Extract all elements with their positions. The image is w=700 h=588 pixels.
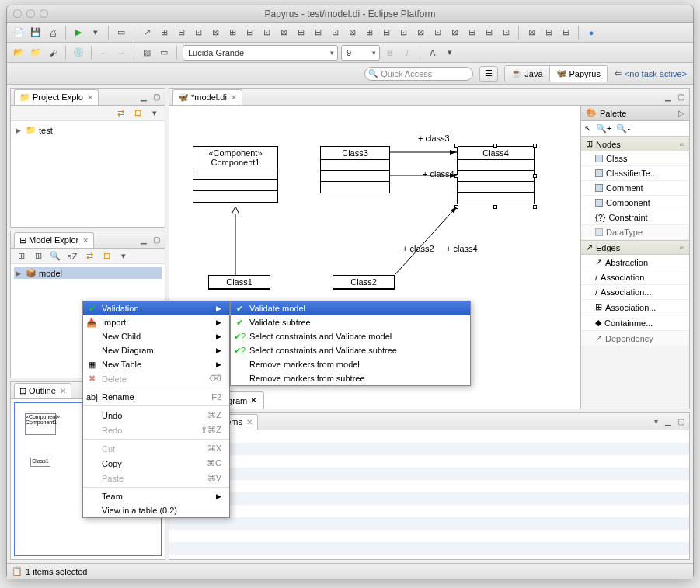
expand-icon[interactable]: ▶: [16, 127, 23, 134]
tool-icon[interactable]: ⊡: [430, 26, 444, 40]
brush-icon[interactable]: 🖌: [46, 46, 60, 60]
assoc-end-label[interactable]: + class3: [418, 134, 450, 143]
new-wizard-icon[interactable]: 📄: [12, 26, 26, 40]
tool-icon[interactable]: ⊠: [208, 26, 222, 40]
ctx-select-validate-model[interactable]: ✔?Select constraints and Validate model: [231, 329, 470, 343]
task-icon[interactable]: ●: [584, 26, 598, 40]
ctx-undo[interactable]: Undo⌘Z: [83, 408, 229, 423]
outline-tab[interactable]: ⊞Outline✕: [14, 383, 71, 398]
palette-item[interactable]: Class: [581, 151, 689, 166]
ctx-select-validate-subtree[interactable]: ✔?Select constraints and Validate subtre…: [231, 343, 470, 357]
ctx-redo[interactable]: Redo⇧⌘Z: [83, 423, 229, 437]
tree-item-model[interactable]: ▶📦model: [14, 267, 162, 279]
close-icon[interactable]: ✕: [60, 387, 66, 395]
tool-icon[interactable]: ⊠: [277, 26, 291, 40]
tool-icon[interactable]: ⊟: [242, 26, 256, 40]
tool-icon[interactable]: ⊠: [448, 26, 461, 40]
tool-icon[interactable]: ⊟: [379, 26, 393, 40]
link-editor-icon[interactable]: ⇄: [113, 106, 127, 120]
ctx-copy[interactable]: Copy⌘C: [83, 456, 229, 471]
tool-icon[interactable]: ⊞: [14, 249, 28, 263]
close-icon[interactable]: ✕: [82, 236, 89, 245]
uml-class3[interactable]: Class3: [320, 146, 390, 193]
model-explorer-tab[interactable]: ⊞Model Explor✕: [14, 232, 94, 248]
bold-icon[interactable]: B: [383, 46, 397, 60]
tool-icon[interactable]: ⊡: [259, 26, 273, 40]
tool-icon[interactable]: ⊟: [311, 26, 325, 40]
close-icon[interactable]: ✕: [87, 93, 93, 102]
tool-icon[interactable]: ⊟: [559, 26, 573, 40]
save-all-icon[interactable]: 🖨: [46, 26, 60, 40]
view-menu-icon[interactable]: ▾: [117, 249, 131, 263]
font-color-icon[interactable]: A: [426, 46, 440, 60]
palette-item[interactable]: DataType: [581, 225, 689, 240]
tool-icon[interactable]: ▭: [114, 26, 128, 40]
ctx-cut[interactable]: Cut⌘X: [83, 441, 229, 456]
maximize-view-icon[interactable]: ▢: [675, 92, 686, 103]
ctx-import[interactable]: 📥Import▶: [83, 315, 229, 329]
collapse-all-icon[interactable]: ⊟: [131, 106, 145, 120]
assoc-end-label[interactable]: + class2: [402, 244, 434, 253]
ctx-validate-model[interactable]: ✔Validate model: [231, 301, 470, 315]
palette-item[interactable]: {?}Constraint: [581, 210, 689, 225]
palette-item[interactable]: /Association: [581, 270, 689, 285]
tool-icon[interactable]: ⊠: [345, 26, 359, 40]
ctx-new-table[interactable]: ▦New Table▶: [83, 357, 229, 371]
ctx-remove-markers-model[interactable]: Remove markers from model: [231, 357, 470, 371]
palette-item[interactable]: ◆Containme...: [581, 315, 689, 331]
uml-class1[interactable]: Class1: [208, 275, 270, 290]
tool-icon[interactable]: ⊠: [524, 26, 538, 40]
tool-icon[interactable]: ⊡: [396, 26, 410, 40]
palette-item[interactable]: Component: [581, 196, 689, 210]
ctx-validate-subtree[interactable]: ✔Validate subtree: [231, 315, 470, 329]
palette-item[interactable]: ↗Abstraction: [581, 255, 689, 270]
close-icon[interactable]: ✕: [250, 395, 257, 405]
run-external-icon[interactable]: ▾: [89, 26, 103, 40]
palette-header[interactable]: 🎨Palette▷: [581, 106, 689, 121]
palette-item[interactable]: /Association...: [581, 285, 689, 300]
palette-item[interactable]: ⊞Association...: [581, 300, 689, 315]
tool-icon[interactable]: ⊠: [413, 26, 427, 40]
ctx-remove-markers-subtree[interactable]: Remove markers from subtree: [231, 371, 470, 385]
palette-item[interactable]: ClassifierTe...: [581, 166, 689, 181]
minimize-view-icon[interactable]: ▁: [663, 92, 674, 103]
tool-icon[interactable]: ↗: [140, 26, 154, 40]
select-tool-icon[interactable]: ↖: [584, 124, 591, 134]
tool-icon[interactable]: ⊡: [328, 26, 342, 40]
close-icon[interactable]: ✕: [246, 418, 252, 426]
ctx-new-child[interactable]: New Child▶: [83, 329, 229, 343]
palette-item[interactable]: ↗Dependency: [581, 331, 689, 346]
minimize-view-icon[interactable]: ▁: [138, 235, 149, 245]
font-family-combo[interactable]: Lucida Grande: [183, 45, 338, 61]
line-color-icon[interactable]: ▭: [157, 46, 171, 60]
minimize-view-icon[interactable]: ▁: [138, 92, 149, 103]
maximize-view-icon[interactable]: ▢: [151, 92, 162, 103]
ctx-validation[interactable]: ✔Validation▶: [83, 301, 229, 315]
collapse-icon[interactable]: ▷: [678, 109, 684, 117]
tool-icon[interactable]: ⊟: [174, 26, 188, 40]
zoom-out-icon[interactable]: 🔍-: [616, 124, 630, 134]
tool-icon[interactable]: ⊞: [294, 26, 308, 40]
tool-icon[interactable]: ⊞: [157, 26, 171, 40]
cd-icon[interactable]: 💿: [71, 46, 85, 60]
font-size-combo[interactable]: 9: [341, 45, 380, 61]
tool-icon[interactable]: ⊟: [482, 26, 496, 40]
ctx-delete[interactable]: ✖Delete⌫: [83, 371, 229, 386]
maximize-view-icon[interactable]: ▢: [151, 235, 162, 245]
uml-component[interactable]: «Component»Component1: [193, 146, 278, 203]
save-icon[interactable]: 💾: [29, 26, 43, 40]
perspective-papyrus[interactable]: 🦋Papyrus: [550, 66, 608, 82]
ctx-new-diagram[interactable]: New Diagram▶: [83, 343, 229, 357]
tree-item[interactable]: ▶📁test: [14, 124, 162, 136]
fill-color-icon[interactable]: ▨: [140, 46, 154, 60]
perspective-java[interactable]: ☕Java: [505, 66, 549, 82]
maximize-view-icon[interactable]: ▢: [675, 416, 686, 427]
problems-table[interactable]: [169, 430, 689, 559]
ctx-paste[interactable]: Paste⌘V: [83, 471, 229, 485]
sort-icon[interactable]: aZ: [65, 249, 79, 263]
editor-tab[interactable]: 🦋*model.di✕: [172, 89, 242, 105]
open-icon[interactable]: 📂: [12, 46, 26, 60]
ctx-view-table[interactable]: View in a table (0.2): [83, 503, 229, 517]
search-icon[interactable]: 🔍: [48, 249, 62, 263]
view-menu-icon[interactable]: ▾: [148, 106, 162, 120]
